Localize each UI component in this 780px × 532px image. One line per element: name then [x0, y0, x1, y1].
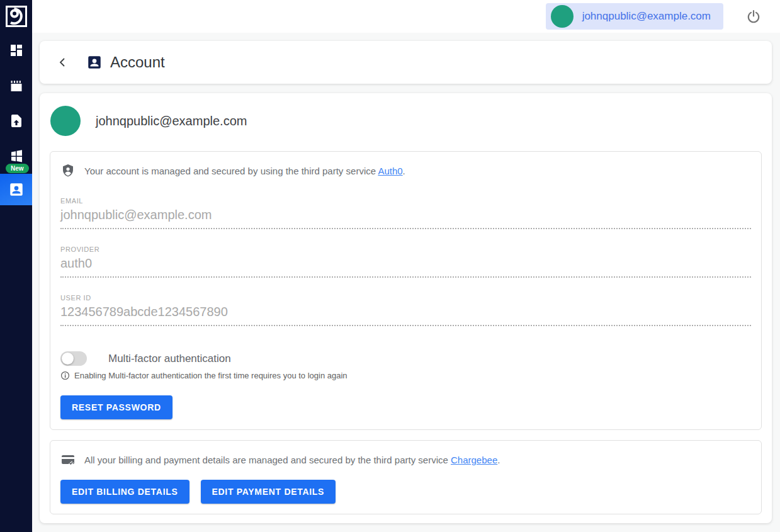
sidebar-item-integrations[interactable]: New [0, 139, 32, 174]
billing-notice-suffix: . [497, 455, 500, 465]
page-header-card: Account [40, 41, 772, 84]
power-icon [746, 9, 761, 24]
sidebar-item-upload[interactable] [0, 103, 32, 139]
page-title: Account [110, 54, 165, 71]
apps-icon [9, 149, 24, 164]
dashed-window-icon [9, 78, 24, 93]
account-notice-suffix: . [403, 166, 405, 176]
profile-row: johnqpublic@example.com [50, 101, 762, 145]
topbar: johnqpublic@example.com [32, 0, 780, 33]
sidebar-item-account[interactable] [0, 174, 32, 205]
shield-person-icon [60, 163, 76, 178]
billing-section: All your billing and payment details are… [50, 440, 762, 514]
sidebar: New [0, 0, 32, 532]
new-badge: New [6, 164, 29, 173]
back-button[interactable] [54, 54, 71, 71]
provider-field-label: PROVIDER [60, 246, 751, 253]
brand-logo-icon [5, 5, 28, 28]
info-icon [60, 371, 70, 380]
brand-logo[interactable] [0, 0, 32, 33]
page-title-group: Account [86, 54, 165, 71]
dashboard-icon [9, 43, 24, 58]
email-field: EMAIL johnqpublic@example.com [60, 197, 751, 229]
mfa-toggle-thumb [62, 353, 74, 365]
reset-password-button[interactable]: RESET PASSWORD [60, 395, 172, 419]
account-notice: Your account is managed and secured by u… [60, 162, 751, 181]
auth0-link[interactable]: Auth0 [378, 166, 402, 176]
logout-button[interactable] [746, 9, 761, 24]
chargebee-link[interactable]: Chargebee [451, 455, 497, 465]
email-field-label: EMAIL [60, 197, 751, 205]
sidebar-item-monitors[interactable] [0, 68, 32, 103]
app-root: New johnqpublic@example.com [0, 0, 780, 532]
user-id-field-value: 123456789abcde1234567890 [60, 302, 751, 326]
billing-notice-text: All your billing and payment details are… [84, 455, 500, 465]
user-id-field: USER ID 123456789abcde1234567890 [60, 294, 751, 326]
account-box-icon [86, 54, 103, 71]
page-body: Account johnqpublic@example.com [32, 33, 780, 532]
upload-file-icon [9, 113, 24, 128]
billing-notice: All your billing and payment details are… [60, 451, 751, 470]
credit-card-check-icon [60, 452, 76, 467]
user-email: johnqpublic@example.com [582, 10, 711, 23]
user-chip[interactable]: johnqpublic@example.com [546, 3, 723, 30]
account-security-section: Your account is managed and secured by u… [50, 151, 762, 430]
chevron-left-icon [57, 57, 67, 67]
mfa-row: Multi-factor authentication [60, 351, 751, 366]
provider-field: PROVIDER auth0 [60, 246, 751, 278]
email-field-value: johnqpublic@example.com [60, 205, 751, 229]
account-notice-prefix: Your account is managed and secured by u… [84, 166, 378, 176]
account-notice-text: Your account is managed and secured by u… [84, 166, 405, 176]
edit-payment-details-button[interactable]: EDIT PAYMENT DETAILS [201, 480, 336, 504]
edit-billing-details-button[interactable]: EDIT BILLING DETAILS [60, 480, 189, 504]
mfa-label: Multi-factor authentication [108, 353, 231, 365]
user-id-field-label: USER ID [60, 294, 751, 302]
mfa-hint: Enabling Multi-factor authentication the… [74, 371, 348, 380]
avatar [551, 5, 574, 28]
profile-avatar [50, 106, 81, 136]
main-column: johnqpublic@example.com [32, 0, 780, 532]
billing-notice-prefix: All your billing and payment details are… [84, 455, 451, 465]
profile-email: johnqpublic@example.com [96, 114, 247, 128]
sidebar-item-dashboard[interactable] [0, 33, 32, 68]
account-icon [8, 181, 25, 198]
billing-buttons: EDIT BILLING DETAILS EDIT PAYMENT DETAIL… [60, 480, 751, 504]
account-card: johnqpublic@example.com Your account is … [40, 93, 772, 523]
provider-field-value: auth0 [60, 253, 751, 278]
mfa-hint-row: Enabling Multi-factor authentication the… [60, 371, 751, 380]
mfa-toggle[interactable] [60, 351, 87, 366]
